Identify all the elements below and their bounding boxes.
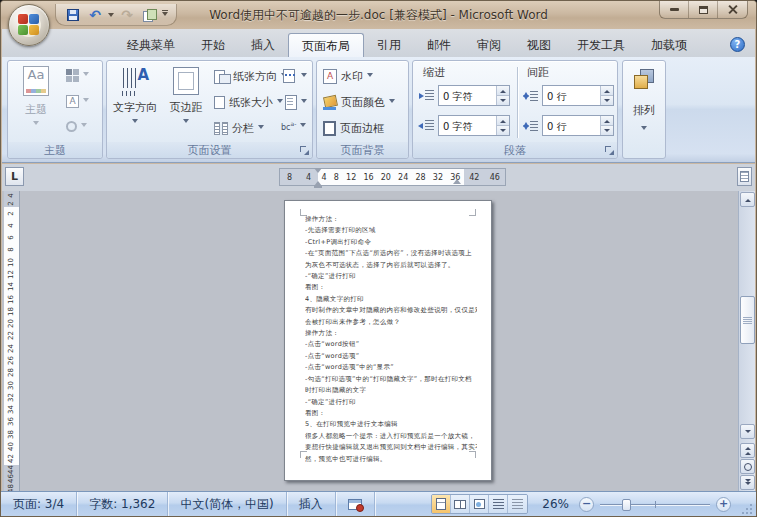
theme-colors-button[interactable] — [66, 69, 89, 82]
scroll-down-button[interactable] — [740, 424, 755, 439]
paper-size-button[interactable]: 纸张大小 — [214, 95, 283, 110]
window-title: Word使用中不可逾越的一步.doc [兼容模式] - Microsoft Wo… — [1, 7, 756, 24]
document-canvas[interactable]: 操作方法：-先选择需要打印的区域-Ctrl+P调出打印命令-在“页面范围”下点选… — [21, 191, 738, 493]
help-button[interactable]: ? — [730, 37, 745, 52]
web-layout-view-button[interactable] — [470, 495, 489, 513]
title-bar[interactable]: ↶ ↷ Word使用中不可逾越的一步.doc [兼容模式] - Microsof… — [1, 1, 756, 29]
word-count[interactable]: 字数: 1,362 — [77, 492, 168, 516]
scroll-up-button[interactable] — [740, 192, 755, 207]
arrange-button[interactable]: 排列 — [625, 69, 663, 133]
indent-markers[interactable] — [313, 168, 322, 188]
columns-button[interactable]: 分栏 — [214, 121, 264, 136]
paragraph-dialog-launcher[interactable] — [603, 144, 615, 156]
vertical-ruler[interactable]: 42 2468101214161820222426283032343638404… — [4, 191, 20, 493]
chevron-down-icon — [300, 123, 306, 130]
paper-size-icon — [214, 96, 225, 109]
ruler-number: 10 — [8, 258, 15, 267]
space-before-value[interactable]: 0 行 — [543, 86, 600, 105]
document-text-line: 时打印出隐藏的文字 — [305, 385, 477, 396]
previous-page-button[interactable] — [740, 443, 755, 458]
spin-up-button[interactable] — [497, 86, 509, 96]
theme-effects-button[interactable] — [66, 121, 87, 132]
document-text-line: 4、隐藏文字的打印 — [305, 294, 477, 305]
draft-view-button[interactable] — [508, 495, 527, 513]
spinner-arrows — [496, 86, 509, 105]
restore-button[interactable] — [689, 1, 718, 18]
hanging-indent-marker[interactable] — [314, 177, 322, 186]
vertical-scrollbar[interactable] — [738, 191, 755, 493]
zoom-slider-thumb[interactable] — [622, 499, 631, 511]
breaks-button[interactable] — [283, 69, 307, 83]
ribbon-tab[interactable]: 开发工具 — [564, 33, 638, 57]
next-page-button[interactable] — [740, 475, 755, 490]
indent-left-value[interactable]: 0 字符 — [439, 86, 496, 105]
ribbon-tab[interactable]: 视图 — [514, 33, 564, 57]
ruler-number: 30 — [8, 381, 15, 390]
space-before-spinner[interactable]: 0 行 — [542, 85, 614, 106]
ribbon-tab[interactable]: 经典菜单 — [114, 33, 188, 57]
document-text[interactable]: 操作方法：-先选择需要打印的区域-Ctrl+P调出打印命令-在“页面范围”下点选… — [305, 214, 477, 465]
window-resize-grip[interactable] — [741, 503, 754, 516]
scrollbar-thumb[interactable] — [740, 296, 755, 344]
space-after-row: 0 行 — [523, 115, 614, 136]
document-text-line: 操作方法： — [305, 214, 477, 225]
minimize-button[interactable] — [660, 1, 689, 18]
macro-record-button[interactable] — [336, 492, 375, 516]
spin-up-button[interactable] — [601, 86, 613, 96]
first-line-indent-marker[interactable] — [314, 168, 322, 177]
close-button[interactable] — [718, 1, 747, 18]
page-borders-button[interactable]: 页面边框 — [323, 121, 384, 136]
spin-down-button[interactable] — [497, 96, 509, 105]
ribbon-tab[interactable]: 加载项 — [638, 33, 700, 57]
spin-up-button[interactable] — [497, 116, 509, 126]
themes-button[interactable]: 主题 — [14, 66, 58, 128]
ribbon-tab[interactable]: 引用 — [364, 33, 414, 57]
space-after-spinner[interactable]: 0 行 — [542, 115, 614, 136]
chevron-down-icon — [83, 72, 89, 79]
indent-right-spinner[interactable]: 0 字符 — [438, 115, 510, 136]
close-icon — [727, 4, 738, 15]
line-numbers-button[interactable] — [283, 95, 307, 109]
margins-button[interactable]: 页边距 — [163, 67, 209, 126]
full-screen-reading-view-button[interactable] — [451, 495, 470, 513]
document-page[interactable]: 操作方法：-先选择需要打印的区域-Ctrl+P调出打印命令-在“页面范围”下点选… — [284, 200, 492, 481]
space-after-value[interactable]: 0 行 — [543, 116, 600, 135]
watermark-button[interactable]: 水印 — [323, 69, 373, 84]
orientation-button[interactable]: 纸张方向 — [214, 69, 287, 84]
zoom-level[interactable]: 26% — [542, 497, 569, 511]
page-setup-dialog-launcher[interactable] — [298, 144, 310, 156]
ruler-toggle-button[interactable] — [737, 167, 752, 186]
office-button[interactable] — [8, 4, 50, 46]
horizontal-ruler[interactable]: 84 4812162024283236 4246 — [279, 168, 506, 186]
hyphenation-button[interactable]: bca- — [281, 121, 306, 132]
ruler-number: 4 — [322, 173, 327, 182]
spin-up-button[interactable] — [601, 116, 613, 126]
page-indicator[interactable]: 页面: 3/4 — [1, 492, 77, 516]
indent-left-spinner[interactable]: 0 字符 — [438, 85, 510, 106]
right-indent-marker[interactable] — [453, 175, 461, 184]
ruler-number: 42 — [8, 454, 15, 463]
zoom-out-button[interactable]: − — [579, 497, 594, 512]
page-color-button[interactable]: 页面颜色 — [323, 95, 395, 110]
select-browse-object-button[interactable] — [740, 459, 755, 474]
ribbon-tab[interactable]: 插入 — [238, 33, 288, 57]
ribbon-tab[interactable]: 邮件 — [414, 33, 464, 57]
ribbon-tab[interactable]: 开始 — [188, 33, 238, 57]
tab-stop-selector[interactable]: L — [5, 167, 24, 186]
language-indicator[interactable]: 中文(简体，中国) — [168, 492, 286, 516]
text-direction-button[interactable]: 文字方向 — [109, 66, 161, 126]
ribbon-tab[interactable]: 审阅 — [464, 33, 514, 57]
indent-left-icon — [419, 89, 434, 102]
print-layout-view-button[interactable] — [432, 495, 451, 513]
left-indent-marker[interactable] — [314, 186, 322, 188]
indent-right-value[interactable]: 0 字符 — [439, 116, 496, 135]
spin-down-button[interactable] — [601, 126, 613, 135]
spin-down-button[interactable] — [497, 126, 509, 135]
zoom-slider-track[interactable] — [600, 497, 710, 512]
ribbon-tab[interactable]: 页面布局 — [288, 33, 364, 57]
insert-mode-indicator[interactable]: 插入 — [287, 492, 336, 516]
outline-view-button[interactable] — [489, 495, 508, 513]
zoom-in-button[interactable]: + — [716, 497, 731, 512]
spin-down-button[interactable] — [601, 96, 613, 105]
theme-fonts-button[interactable]: A — [66, 95, 89, 108]
